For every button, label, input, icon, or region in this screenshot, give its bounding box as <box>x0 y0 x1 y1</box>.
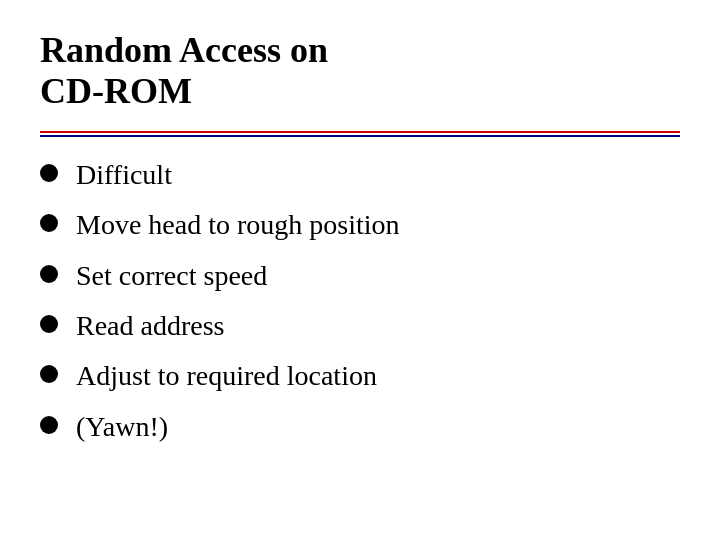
bullet-text: Move head to rough position <box>76 207 680 243</box>
list-item: Move head to rough position <box>40 207 680 243</box>
divider <box>40 131 680 137</box>
divider-blue <box>40 135 680 137</box>
bullet-dot-icon <box>40 265 58 283</box>
bullet-dot-icon <box>40 214 58 232</box>
bullet-text: (Yawn!) <box>76 409 680 445</box>
bullet-dot-icon <box>40 315 58 333</box>
divider-red <box>40 131 680 133</box>
bullet-dot-icon <box>40 416 58 434</box>
list-item: Difficult <box>40 157 680 193</box>
bullet-text: Read address <box>76 308 680 344</box>
list-item: Set correct speed <box>40 258 680 294</box>
bullet-text: Adjust to required location <box>76 358 680 394</box>
bullet-dot-icon <box>40 365 58 383</box>
bullet-list: DifficultMove head to rough positionSet … <box>40 157 680 459</box>
list-item: Adjust to required location <box>40 358 680 394</box>
title-line1: Random Access on <box>40 30 680 71</box>
bullet-text: Difficult <box>76 157 680 193</box>
slide: Random Access on CD-ROM DifficultMove he… <box>0 0 720 540</box>
title-line2: CD-ROM <box>40 71 680 112</box>
bullet-text: Set correct speed <box>76 258 680 294</box>
list-item: Read address <box>40 308 680 344</box>
list-item: (Yawn!) <box>40 409 680 445</box>
title-block: Random Access on CD-ROM <box>40 30 680 113</box>
bullet-dot-icon <box>40 164 58 182</box>
